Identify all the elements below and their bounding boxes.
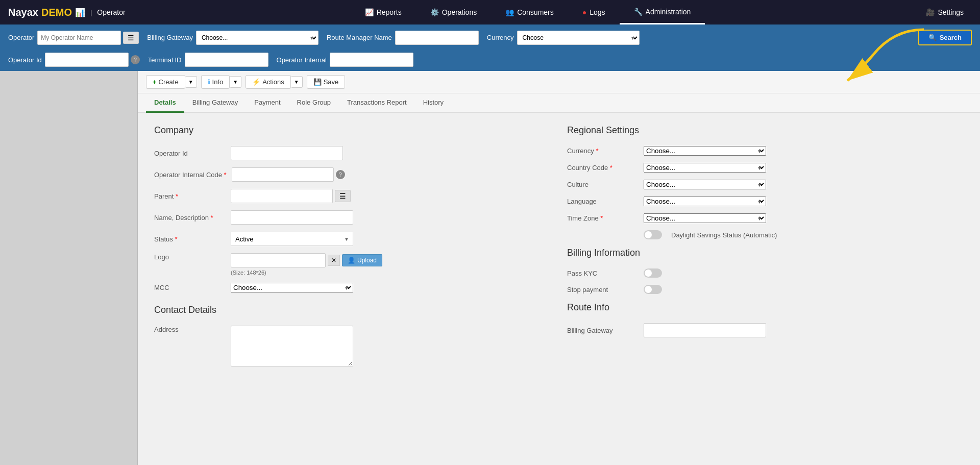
language-select[interactable]: Choose... [644, 197, 766, 206]
operator-id-help-icon[interactable]: ? [131, 55, 140, 64]
logo-input-row: ✕ 👤 Upload [231, 253, 382, 267]
parent-input[interactable] [231, 189, 333, 203]
nav-item-operations[interactable]: ⚙️ Operations [416, 0, 491, 25]
administration-icon: 🔧 [634, 8, 643, 16]
operator-list-button[interactable]: ☰ [123, 32, 139, 44]
pass-kyc-label: Pass KYC [567, 270, 639, 277]
operator-id-input-group: ? [45, 53, 140, 67]
nav-operations-label: Operations [442, 8, 477, 16]
currency-select-form[interactable]: Choose... [644, 146, 766, 156]
nav-item-consumers[interactable]: 👥 Consumers [491, 0, 568, 25]
create-plus-icon: + [153, 78, 157, 86]
upload-button[interactable]: 👤 Upload [342, 254, 382, 266]
tab-role-group[interactable]: Role Group [289, 93, 339, 113]
logo-field: Logo ✕ 👤 Upload (Size: 148*26) [154, 253, 551, 276]
mcc-field: MCC Choose... [154, 283, 551, 292]
country-code-select-wrapper: Choose... [644, 163, 766, 173]
status-field: Status * Active [154, 232, 551, 246]
route-manager-input[interactable] [395, 31, 479, 45]
tab-billing-gateway[interactable]: Billing Gateway [184, 93, 247, 113]
culture-field: Culture Choose... [567, 180, 964, 189]
billing-gateway-select[interactable]: Choose... [196, 31, 318, 45]
nav-item-administration[interactable]: 🔧 Administration [620, 0, 705, 25]
daylight-savings-toggle[interactable] [644, 230, 662, 239]
info-icon: ℹ [208, 78, 210, 86]
logo-label: Logo [154, 253, 226, 261]
parent-label: Parent * [154, 192, 226, 200]
company-section-title: Company [154, 125, 551, 136]
operator-id-field-input[interactable] [231, 146, 343, 160]
operator-input[interactable] [37, 31, 121, 45]
actions-button[interactable]: ⚡ Actions [246, 75, 291, 89]
save-button[interactable]: 💾 Save [307, 75, 346, 89]
terminal-id-input[interactable] [185, 53, 268, 67]
logo-input-group: ✕ 👤 Upload (Size: 148*26) [231, 253, 382, 276]
nav-consumers-label: Consumers [517, 8, 554, 16]
operator-internal-code-field: Operator Internal Code * ? [154, 167, 551, 182]
mcc-select[interactable]: Choose... [231, 283, 353, 292]
actions-lightning-icon: ⚡ [252, 78, 260, 86]
route-billing-gateway-input[interactable] [644, 323, 766, 337]
stop-payment-toggle[interactable] [644, 285, 662, 294]
detail-tabs: Details Billing Gateway Payment Role Gro… [138, 93, 980, 113]
info-dropdown-button[interactable]: ▼ [230, 76, 241, 88]
tab-details[interactable]: Details [146, 93, 184, 113]
mcc-select-wrapper: Choose... [231, 283, 353, 292]
culture-select-wrapper: Choose... [644, 180, 766, 189]
operator-id-input[interactable] [45, 53, 129, 67]
daylight-savings-slider [644, 230, 662, 239]
parent-list-button[interactable]: ☰ [335, 190, 351, 202]
logo-input[interactable] [231, 253, 326, 267]
status-select-wrapper: Active [231, 232, 353, 246]
daylight-savings-field: Daylight Savings Status (Automatic) [567, 230, 964, 239]
billing-gateway-search-field: Billing Gateway Choose... [147, 31, 318, 45]
nav-item-settings[interactable]: 🎥 Settings [918, 8, 972, 16]
create-button[interactable]: + Create [146, 75, 185, 89]
create-dropdown-button[interactable]: ▼ [185, 76, 197, 88]
operator-internal-input[interactable] [330, 53, 413, 67]
operator-search-field: Operator ☰ [8, 31, 139, 45]
save-disk-icon: 💾 [313, 78, 322, 86]
name-description-input[interactable] [231, 210, 353, 225]
operator-internal-code-input-group: ? [232, 167, 345, 182]
logo-clear-button[interactable]: ✕ [328, 255, 340, 266]
brand-demo: DEMO [41, 7, 72, 18]
operator-id-field: Operator Id [154, 146, 551, 160]
info-button[interactable]: ℹ Info [201, 75, 230, 89]
sidebar [0, 71, 138, 465]
route-section: Route Info Billing Gateway [567, 302, 964, 337]
billing-section: Billing Information Pass KYC Stop paymen… [567, 248, 964, 294]
actions-dropdown-button[interactable]: ▼ [291, 76, 303, 88]
operator-internal-code-input[interactable] [232, 167, 334, 182]
country-code-select[interactable]: Choose... [644, 163, 766, 173]
status-select[interactable]: Active [231, 232, 353, 246]
tab-history[interactable]: History [415, 93, 452, 113]
brand-nayax: Nayax [8, 7, 38, 18]
logo-size-hint: (Size: 148*26) [231, 270, 382, 276]
nav-item-reports[interactable]: 📈 Reports [351, 0, 416, 25]
parent-field: Parent * ☰ [154, 189, 551, 203]
operator-internal-search-field: Operator Internal [277, 53, 413, 67]
reports-icon: 📈 [365, 8, 374, 16]
route-manager-label: Route Manager Name [327, 34, 392, 41]
route-manager-search-field: Route Manager Name [327, 31, 479, 45]
mcc-label: MCC [154, 284, 226, 291]
search-magnifier-icon: 🔍 [928, 34, 937, 41]
terminal-id-label: Terminal ID [148, 56, 182, 64]
address-textarea[interactable] [231, 326, 353, 366]
route-billing-gateway-label: Billing Gateway [567, 327, 639, 334]
culture-select[interactable]: Choose... [644, 180, 766, 189]
search-bar-row2: Operator Id ? Terminal ID Operator Inter… [0, 51, 980, 71]
tab-payment[interactable]: Payment [246, 93, 288, 113]
timezone-select[interactable]: Choose... [644, 213, 766, 223]
address-field: Address [154, 326, 551, 366]
operator-id-label: Operator Id [154, 150, 226, 157]
nav-item-logs[interactable]: ● Logs [568, 0, 620, 25]
operator-internal-code-help-icon[interactable]: ? [336, 170, 345, 179]
currency-select[interactable]: Choose [517, 31, 640, 45]
billing-section-title: Billing Information [567, 248, 964, 258]
pass-kyc-toggle[interactable] [644, 268, 662, 278]
search-button[interactable]: 🔍 Search [918, 30, 972, 45]
tab-transactions-report[interactable]: Transactions Report [339, 93, 415, 113]
top-navigation: Nayax DEMO 📊 | Operator 📈 Reports ⚙️ Ope… [0, 0, 980, 25]
